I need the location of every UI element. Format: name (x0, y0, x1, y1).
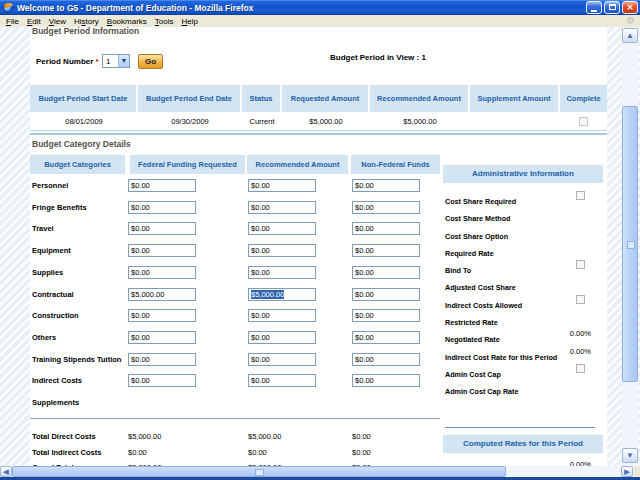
indirect-costs-recommended-input[interactable]: $0.00 (248, 374, 316, 387)
fringe-benefits-recommended-input[interactable]: $0.00 (248, 201, 316, 214)
admin-label-indirect-costs-allowed: Indirect Costs Allowed (445, 301, 522, 310)
column-header-budget-period-start-date: Budget Period Start Date (30, 85, 138, 112)
admin-item-bind-to: Bind To (445, 259, 603, 276)
chevron-down-icon[interactable]: ▼ (118, 55, 129, 67)
restore-button[interactable] (604, 1, 620, 14)
equipment-federal-input[interactable]: $0.00 (128, 244, 196, 257)
period-cell-requested-amount: $5,000.00 (282, 112, 370, 131)
indirect-costs-non-federal-input[interactable]: $0.00 (352, 374, 420, 387)
travel-non-federal-input[interactable]: $0.00 (352, 222, 420, 235)
admin-label-required-rate: Required Rate (445, 249, 494, 258)
personnel-federal-input[interactable]: $0.00 (128, 179, 196, 192)
page-background: Budget Period Information Period Number … (0, 27, 640, 466)
separator-line (30, 130, 607, 131)
menu-help[interactable]: Help (180, 17, 204, 26)
admin-label-admin-cost-cap: Admin Cost Cap (445, 370, 501, 379)
horizontal-scrollbar-thumb[interactable] (12, 466, 506, 477)
others-recommended-input[interactable]: $0.00 (248, 331, 316, 344)
admin-label-cost-share-required: Cost Share Required (445, 197, 516, 206)
firefox-icon (3, 3, 13, 13)
travel-recommended-input[interactable]: $0.00 (248, 222, 316, 235)
construction-federal-input[interactable]: $0.00 (128, 309, 196, 322)
horizontal-scrollbar[interactable]: ◀ ▶ (0, 466, 640, 477)
admin-item-required-rate: Required Rate (445, 242, 603, 259)
period-cell-supplement-amount (470, 112, 560, 131)
restore-icon (609, 4, 616, 10)
contractual-recommended-input[interactable]: $5,000.00 (248, 288, 316, 301)
admin-item-cost-share-option: Cost Share Option (445, 225, 603, 242)
menu-tools[interactable]: Tools (153, 17, 180, 26)
supplies-recommended-input[interactable]: $0.00 (248, 266, 316, 279)
vertical-scrollbar[interactable]: ▲ ▼ (622, 28, 638, 465)
period-cell-budget-period-start-date: 08/01/2009 (30, 112, 138, 131)
training-stipends-tuition-recommended-input[interactable]: $0.00 (248, 353, 316, 366)
complete-checkbox[interactable] (579, 117, 588, 126)
menu-edit[interactable]: Edit (25, 17, 47, 26)
period-cell-status: Current (242, 112, 282, 131)
training-stipends-tuition-non-federal-input[interactable]: $0.00 (352, 353, 420, 366)
column-header-supplement-amount: Supplement Amount (470, 85, 560, 112)
totals-divider-line (30, 418, 440, 419)
others-federal-input[interactable]: $0.00 (128, 331, 196, 344)
section-title-budget-category-details: Budget Category Details (32, 139, 131, 149)
equipment-recommended-input[interactable]: $0.00 (248, 244, 316, 257)
period-cell-complete (560, 112, 607, 131)
menu-view[interactable]: View (47, 17, 72, 26)
equipment-non-federal-input[interactable]: $0.00 (352, 244, 420, 257)
admin-item-negotiated-rate: Negotiated Rate0.00% (445, 328, 603, 345)
titlebar: Welcome to G5 - Department of Education … (0, 0, 640, 15)
column-header-recommended-amount: Recommended Amount (370, 85, 470, 112)
period-cell-recommended-amount: $5,000.00 (370, 112, 470, 131)
minimize-button[interactable] (586, 1, 602, 14)
supplies-non-federal-input[interactable]: $0.00 (352, 266, 420, 279)
supplies-federal-input[interactable]: $0.00 (128, 266, 196, 279)
admin-item-admin-cost-cap-rate: Admin Cost Cap Rate (445, 380, 603, 397)
construction-recommended-input[interactable]: $0.00 (248, 309, 316, 322)
cost-share-required-checkbox[interactable] (576, 191, 585, 200)
personnel-non-federal-input[interactable]: $0.00 (352, 179, 420, 192)
budget-period-table: Budget Period Start DateBudget Period En… (30, 85, 607, 131)
others-non-federal-input[interactable]: $0.00 (352, 331, 420, 344)
construction-non-federal-input[interactable]: $0.00 (352, 309, 420, 322)
admin-cost-cap-checkbox[interactable] (576, 364, 585, 373)
admin-item-indirect-costs-allowed: Indirect Costs Allowed (445, 294, 603, 311)
close-button[interactable]: ✕ (622, 1, 638, 14)
menu-bookmarks[interactable]: Bookmarks (105, 17, 153, 26)
page-content: Budget Period Information Period Number … (30, 27, 607, 466)
scroll-right-icon[interactable]: ▶ (621, 466, 633, 477)
category-label-others: Others (32, 333, 56, 342)
admin-label-admin-cost-cap-rate: Admin Cost Cap Rate (445, 387, 518, 396)
bind-to-checkbox[interactable] (576, 260, 585, 269)
contractual-federal-input[interactable]: $5,000.00 (128, 288, 196, 301)
menu-file[interactable]: File (4, 17, 25, 26)
go-button[interactable]: Go (138, 54, 163, 69)
category-label-training-stipends-tuition: Training Stipends Tuition (32, 355, 121, 364)
admin-label-bind-to: Bind To (445, 266, 471, 275)
indirect-costs-allowed-checkbox[interactable] (576, 295, 585, 304)
category-label-equipment: Equipment (32, 246, 71, 255)
section-title-budget-period-information: Budget Period Information (32, 27, 139, 36)
scroll-down-icon[interactable]: ▼ (622, 448, 638, 463)
scroll-up-icon[interactable]: ▲ (622, 28, 638, 43)
menu-history[interactable]: History (72, 17, 105, 26)
admin-item-cost-share-required: Cost Share Required (445, 190, 603, 207)
category-label-travel: Travel (32, 224, 54, 233)
administrative-information-panel: Administrative Information Cost Share Re… (443, 165, 603, 183)
travel-federal-input[interactable]: $0.00 (128, 222, 196, 235)
fringe-benefits-non-federal-input[interactable]: $0.00 (352, 201, 420, 214)
selected-text: $5,000.00 (251, 290, 284, 299)
contractual-non-federal-input[interactable]: $0.00 (352, 288, 420, 301)
total-indirect-costs-value-3: $0.00 (352, 448, 371, 457)
vertical-scrollbar-thumb[interactable] (622, 106, 638, 382)
indirect-costs-federal-input[interactable]: $0.00 (128, 374, 196, 387)
period-number-select[interactable]: 1 ▼ (102, 54, 130, 68)
budget-period-in-view-label: Budget Period in View : 1 (330, 53, 426, 62)
fringe-benefits-federal-input[interactable]: $0.00 (128, 201, 196, 214)
personnel-recommended-input[interactable]: $0.00 (248, 179, 316, 192)
training-stipends-tuition-federal-input[interactable]: $0.00 (128, 353, 196, 366)
separator-line (30, 133, 607, 135)
negotiated-rate-value: 0.00% (570, 329, 591, 338)
category-label-indirect-costs: Indirect Costs (32, 376, 82, 385)
scroll-left-icon[interactable]: ◀ (0, 466, 12, 477)
total-label-total-indirect-costs: Total Indirect Costs (32, 448, 101, 457)
